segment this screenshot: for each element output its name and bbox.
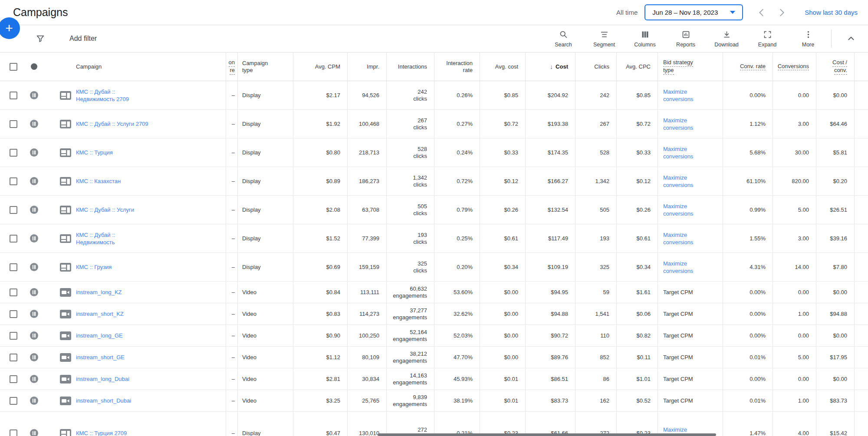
header-sliver-cell [854,52,868,81]
avg-cost-cell: $0.72 [480,110,525,138]
paused-status-icon[interactable] [30,91,38,99]
expand-button[interactable]: Expand [747,30,788,48]
campaign-link[interactable]: КМС :: Дубай :: Услуги 2709 [76,120,148,128]
add-filter-button[interactable]: Add filter [69,35,97,43]
campaign-link[interactable]: instream_short_KZ [76,310,124,318]
impressions-cell: 80,109 [347,347,386,368]
campaign-link[interactable]: КМС :: Турция 2709 [76,429,127,436]
row-checkbox[interactable] [10,149,17,157]
more-button[interactable]: More [788,30,829,48]
paused-status-icon[interactable] [30,429,38,436]
bid-strategy-link[interactable]: Maximize conversions [663,203,705,217]
next-period-button[interactable] [772,8,792,17]
paused-status-icon[interactable] [30,177,38,185]
conv-rate-cell: 0.01% [723,347,773,368]
campaign-link[interactable]: КМС :: Дубай ::Недвижимость 2709 [76,88,129,103]
filter-funnel-icon[interactable] [36,34,45,43]
row-checkbox[interactable] [10,310,17,318]
interactions-cell: 37,277engagements [386,303,434,325]
cost-per-conv-cell: $94.88 [816,303,854,325]
paused-status-icon[interactable] [30,206,38,214]
bid-strategy-link[interactable]: Maximize conversions [663,174,705,189]
conversions-column-header[interactable]: Conversions [773,52,816,81]
campaign-link[interactable]: КМС :: Грузия [76,263,112,271]
paused-status-icon[interactable] [30,353,38,361]
row-checkbox[interactable] [10,92,17,99]
bid-strategy-link[interactable]: Maximize conversions [663,117,705,131]
cost-per-conv-column-header[interactable]: Cost / conv. [816,52,854,81]
paused-status-icon[interactable] [30,120,38,128]
campaign-link[interactable]: КМС :: Дубай :: Услуги [76,206,134,213]
row-sliver-cell [854,368,868,390]
bid-strategy-link[interactable]: Maximize conversions [663,260,705,275]
campaign-link[interactable]: КМС :: Турция [76,149,113,156]
prev-period-button[interactable] [752,8,772,17]
row-checkbox[interactable] [10,288,17,296]
cost-per-conv-cell: $7.80 [816,253,854,281]
paused-status-icon[interactable] [30,234,38,243]
show-last-30-days-link[interactable]: Show last 30 days [805,9,858,16]
row-checkbox[interactable] [10,120,17,128]
reports-icon [681,30,690,39]
paused-status-icon[interactable] [30,310,38,318]
campaign-type-column-header[interactable]: Campaign type [237,52,293,81]
campaign-link[interactable]: instream_short_Dubai [76,397,131,404]
avg-cpm-cell: $2.81 [293,368,347,390]
conv-rate-column-header[interactable]: Conv. rate [723,52,773,81]
download-button[interactable]: Download [706,30,747,48]
row-checkbox[interactable] [10,263,17,271]
date-range-selector[interactable]: Jun 28 – Nov 18, 2023 [644,4,743,20]
clicks-cell: 505 [575,196,616,224]
paused-status-icon[interactable] [30,397,38,405]
avg-cpm-column-header[interactable]: Avg. CPM [293,52,347,81]
select-all-checkbox[interactable] [10,63,17,71]
campaign-link[interactable]: instream_long_Dubai [76,375,129,383]
optimization-score-column-header[interactable]: on re [226,52,237,81]
interaction-rate-column-header[interactable]: Interaction rate [434,52,480,81]
paused-status-icon[interactable] [30,263,38,271]
row-sliver-cell [854,110,868,138]
campaign-link[interactable]: instream_long_GE [76,332,123,339]
cost-cell: $193.38 [525,110,575,138]
avg-cost-column-header[interactable]: Avg. cost [480,52,525,81]
cost-column-header[interactable]: ↓ Cost [525,52,575,81]
row-checkbox[interactable] [10,235,17,243]
row-checkbox[interactable] [10,354,17,361]
campaign-name-cell: КМС :: Дубай :: Услуги [76,196,226,224]
campaign-link[interactable]: instream_long_KZ [76,288,122,296]
row-checkbox[interactable] [10,397,17,405]
clicks-cell: 193 [575,224,616,252]
avg-cpc-column-header[interactable]: Avg. CPC [616,52,658,81]
row-checkbox[interactable] [10,429,17,436]
campaign-link[interactable]: КМС :: Казахстан [76,177,121,185]
segment-button[interactable]: Segment [584,30,625,48]
row-checkbox-cell [0,110,24,138]
campaign-link[interactable]: instream_short_GE [76,354,125,361]
row-checkbox[interactable] [10,332,17,340]
bid-strategy-type-column-header[interactable]: Bid strategy type [658,52,723,81]
columns-button[interactable]: Columns [625,30,665,48]
paused-status-icon[interactable] [30,331,38,340]
paused-status-icon[interactable] [30,375,38,383]
impr-column-header[interactable]: Impr. [347,52,386,81]
interactions-column-header[interactable]: Interactions [386,52,434,81]
paused-status-icon[interactable] [30,288,38,296]
campaign-name-cell: КМС :: Казахстан [76,167,226,195]
add-campaign-button[interactable]: + [0,17,20,39]
bid-strategy-link[interactable]: Maximize conversions [663,145,705,160]
row-checkbox[interactable] [10,177,17,185]
campaign-type-cell: Display [237,412,293,436]
bid-strategy-link[interactable]: Maximize conversions [663,231,705,246]
row-checkbox[interactable] [10,206,17,214]
collapse-table-button[interactable] [834,34,868,43]
paused-status-icon[interactable] [30,148,38,157]
search-button[interactable]: Search [543,30,584,48]
row-checkbox[interactable] [10,375,17,383]
campaign-column-header[interactable]: Campaign [76,52,226,81]
horizontal-scrollbar-thumb[interactable] [378,433,716,436]
campaign-type-cell: Display [237,110,293,138]
bid-strategy-link[interactable]: Maximize conversions [663,88,705,103]
campaign-link[interactable]: КМС :: Дубай ::Недвижимость [76,231,115,246]
reports-button[interactable]: Reports [665,30,706,48]
clicks-column-header[interactable]: Clicks [575,52,616,81]
